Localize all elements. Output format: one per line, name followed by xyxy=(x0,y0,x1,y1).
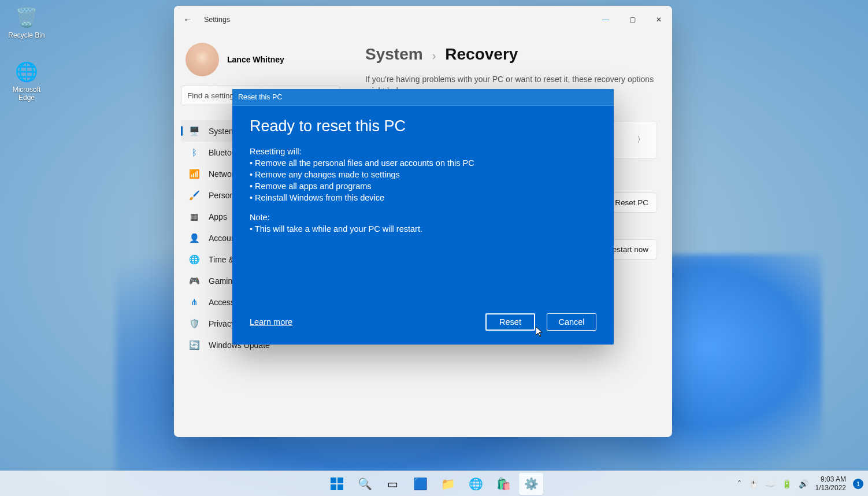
edge-label: Microsoft Edge xyxy=(3,86,50,102)
maximize-button[interactable]: ▢ xyxy=(619,10,646,29)
sidebar-item-label: Apps xyxy=(209,212,227,221)
learn-more-link[interactable]: Learn more xyxy=(250,317,292,327)
notification-badge[interactable]: 1 xyxy=(853,479,863,489)
dialog-body: Ready to reset this PC Resetting will: R… xyxy=(232,106,614,313)
bullet: Reinstall Windows from this device xyxy=(250,193,596,202)
recycle-bin-icon: 🗑️ xyxy=(14,5,39,30)
wifi-icon: 📶 xyxy=(189,169,199,179)
chevron-right-icon: 〉 xyxy=(637,135,645,145)
update-icon: 🔄 xyxy=(189,340,199,350)
system-icon: 🖥️ xyxy=(189,126,199,136)
tray-usb-icon[interactable]: 🖱️ xyxy=(748,479,758,488)
taskview-button[interactable]: ▭ xyxy=(380,473,405,495)
titlebar: ← Settings — ▢ ✕ xyxy=(174,6,672,34)
time-text: 9:03 AM xyxy=(815,475,846,483)
reset-dialog: Reset this PC Ready to reset this PC Res… xyxy=(232,89,614,345)
store-button[interactable]: 🛍️ xyxy=(491,473,515,495)
back-button[interactable]: ← xyxy=(183,14,195,25)
search-placeholder: Find a setting xyxy=(187,91,234,100)
resetting-list: Remove all the personal files and user a… xyxy=(250,158,596,202)
note-label: Note: xyxy=(250,213,596,222)
gaming-icon: 🎮 xyxy=(189,276,199,286)
reset-pc-button[interactable]: Reset PC xyxy=(606,193,657,213)
recycle-bin-label: Recycle Bin xyxy=(3,31,50,39)
edge-button[interactable]: 🌐 xyxy=(463,473,488,495)
taskbar: 🔍 ▭ 🟦 📁 🌐 🛍️ ⚙️ ˄ 🖱️ ☁️ 🔋 🔊 9:03 AM 1/13… xyxy=(0,471,868,496)
accessibility-icon: ⋔ xyxy=(189,297,199,308)
svg-rect-1 xyxy=(337,478,343,483)
resetting-label: Resetting will: xyxy=(250,147,596,156)
apps-icon: ▦ xyxy=(189,212,199,222)
breadcrumb: System › Recovery xyxy=(365,45,657,64)
note-list: This will take a while and your PC will … xyxy=(250,224,596,234)
shield-icon: 🛡️ xyxy=(189,319,199,329)
widgets-button[interactable]: 🟦 xyxy=(408,473,432,495)
chevron-right-icon: › xyxy=(432,49,436,62)
desktop-icon-recycle-bin[interactable]: 🗑️ Recycle Bin xyxy=(3,5,50,39)
tray-volume-icon[interactable]: 🔊 xyxy=(799,479,808,488)
tray-battery-icon[interactable]: 🔋 xyxy=(782,479,792,488)
start-button[interactable] xyxy=(325,473,349,495)
svg-rect-0 xyxy=(331,478,336,483)
user-name: Lance Whitney xyxy=(227,55,284,64)
globe-icon: 🌐 xyxy=(189,254,199,265)
settings-button[interactable]: ⚙️ xyxy=(519,473,543,495)
date-text: 1/13/2022 xyxy=(815,484,846,492)
breadcrumb-leaf: Recovery xyxy=(445,45,518,64)
window-title: Settings xyxy=(204,16,230,24)
reset-button[interactable]: Reset xyxy=(485,313,535,331)
search-button[interactable]: 🔍 xyxy=(353,473,377,495)
brush-icon: 🖌️ xyxy=(189,190,199,201)
taskbar-clock[interactable]: 9:03 AM 1/13/2022 xyxy=(815,475,846,492)
bluetooth-icon: ᛒ xyxy=(189,147,199,157)
bullet: Remove all apps and programs xyxy=(250,182,596,191)
desktop-icon-edge[interactable]: 🌐 Microsoft Edge xyxy=(3,59,50,102)
breadcrumb-root[interactable]: System xyxy=(365,45,423,64)
sidebar-item-label: System xyxy=(209,127,236,136)
avatar xyxy=(186,43,219,76)
tray-chevron-icon[interactable]: ˄ xyxy=(737,479,741,488)
dialog-title: Reset this PC xyxy=(232,89,614,106)
tray-onedrive-icon[interactable]: ☁️ xyxy=(765,479,775,488)
taskbar-center: 🔍 ▭ 🟦 📁 🌐 🛍️ ⚙️ xyxy=(325,473,543,495)
taskbar-right: ˄ 🖱️ ☁️ 🔋 🔊 9:03 AM 1/13/2022 1 xyxy=(737,471,863,496)
window-buttons: — ▢ ✕ xyxy=(592,10,672,29)
explorer-button[interactable]: 📁 xyxy=(436,473,460,495)
edge-icon: 🌐 xyxy=(14,59,39,84)
close-button[interactable]: ✕ xyxy=(646,10,672,29)
dialog-heading: Ready to reset this PC xyxy=(250,117,596,135)
minimize-button[interactable]: — xyxy=(592,10,619,29)
bullet: Remove any changes made to settings xyxy=(250,170,596,179)
bullet: Remove all the personal files and user a… xyxy=(250,158,596,168)
account-icon: 👤 xyxy=(189,233,199,243)
user-card[interactable]: Lance Whitney xyxy=(181,39,343,86)
svg-rect-3 xyxy=(337,484,343,490)
svg-rect-2 xyxy=(331,484,336,490)
bullet: This will take a while and your PC will … xyxy=(250,224,596,234)
cancel-button[interactable]: Cancel xyxy=(547,313,596,331)
